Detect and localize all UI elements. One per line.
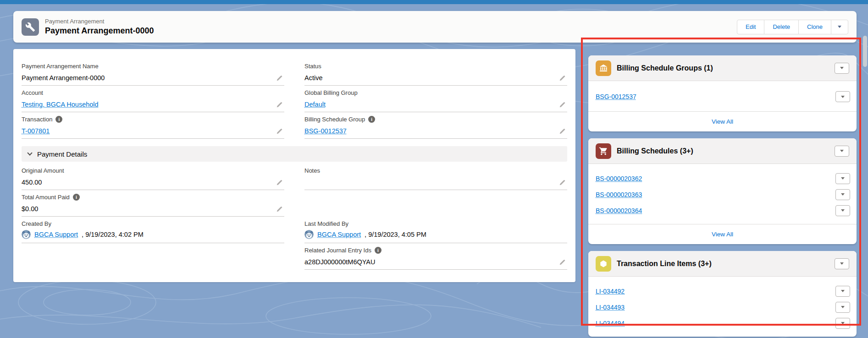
hexagon-icon [596, 256, 611, 272]
edit-pencil-icon[interactable] [276, 75, 282, 82]
billing-schedule-record-link[interactable]: BS-0000020362 [596, 175, 642, 182]
last-modified-by-user-link[interactable]: BGCA Support [317, 231, 361, 238]
chevron-down-icon [840, 262, 844, 265]
field-label: Notes [304, 167, 320, 174]
edit-button[interactable]: Edit [737, 20, 764, 34]
related-card-billing-schedules: Billing Schedules (3+) BS-0000020362 BS-… [588, 138, 857, 244]
edit-pencil-icon[interactable] [559, 259, 565, 266]
field-last-modified-by: Last Modified By BGCA Support , 9/19/202… [304, 217, 567, 243]
field-value: Active [304, 74, 323, 82]
billing-schedule-group-record-link[interactable]: BSG-0012537 [596, 93, 636, 100]
info-icon[interactable] [73, 194, 80, 201]
field-created-by: Created By BGCA Support , 9/19/2023, 4:0… [22, 217, 284, 243]
empty-grid-cell [22, 243, 284, 270]
more-actions-button[interactable] [831, 20, 848, 34]
field-value: 450.00 [22, 179, 42, 186]
chevron-down-icon [840, 150, 844, 152]
field-value: Payment Arrangement-0000 [22, 74, 105, 82]
account-link[interactable]: Testing, BGCA Household [22, 101, 99, 108]
edit-pencil-icon[interactable] [276, 206, 282, 213]
field-label: Status [304, 63, 321, 70]
empty-grid-cell [304, 190, 567, 217]
transaction-line-item-record-link[interactable]: LI-034493 [596, 304, 625, 311]
info-icon[interactable] [368, 116, 375, 123]
related-lists-sidebar: Billing Schedule Groups (1) BSG-0012537 … [588, 55, 857, 338]
field-label: Last Modified By [304, 220, 348, 227]
field-status: Status Active [304, 59, 567, 86]
clone-button[interactable]: Clone [798, 20, 831, 34]
top-accent-strip [0, 0, 868, 4]
field-label: Related Journal Entry Ids [304, 247, 371, 254]
edit-pencil-icon[interactable] [559, 128, 565, 135]
transaction-line-item-record-link[interactable]: LI-034492 [596, 288, 625, 295]
bank-icon [596, 60, 611, 76]
row-actions-button[interactable] [835, 189, 850, 200]
row-actions-button[interactable] [835, 286, 850, 297]
edit-pencil-icon[interactable] [559, 102, 565, 108]
created-date: , 9/19/2023, 4:02 PM [82, 231, 144, 238]
page-title: Payment Arrangement-0000 [45, 26, 154, 36]
chevron-down-icon [27, 150, 32, 155]
edit-pencil-icon[interactable] [276, 180, 282, 186]
wrench-icon [25, 22, 35, 32]
field-value: $0.00 [22, 205, 38, 213]
related-list-actions-button[interactable] [835, 258, 849, 269]
section-payment-details[interactable]: Payment Details [22, 146, 567, 162]
field-payment-arrangement-name: Payment Arrangement Name Payment Arrange… [22, 59, 284, 86]
field-label: Original Amount [22, 167, 64, 174]
row-actions-button[interactable] [835, 318, 850, 329]
row-actions-button[interactable] [835, 205, 850, 216]
chevron-down-icon [838, 26, 841, 28]
view-all-link[interactable]: View All [712, 118, 733, 125]
row-actions-button[interactable] [835, 91, 850, 102]
info-icon[interactable] [55, 116, 62, 123]
field-label: Created By [22, 220, 51, 227]
edit-pencil-icon[interactable] [276, 102, 282, 108]
info-icon[interactable] [375, 247, 381, 254]
field-label: Transaction [22, 116, 52, 123]
cart-icon [596, 143, 611, 159]
row-actions-button[interactable] [835, 302, 850, 313]
scrollbar-thumb[interactable] [863, 36, 867, 67]
created-by-user-link[interactable]: BGCA Support [34, 231, 78, 238]
edit-pencil-icon[interactable] [559, 75, 565, 82]
transaction-line-item-record-link[interactable]: LI-034494 [596, 320, 625, 327]
field-account: Account Testing, BGCA Household [22, 86, 284, 112]
field-transaction: Transaction T-007801 [22, 112, 284, 139]
row-actions-button[interactable] [835, 173, 850, 184]
field-label: Billing Schedule Group [304, 116, 365, 123]
avatar [304, 230, 314, 239]
field-label: Account [22, 89, 43, 96]
record-header: Payment Arrangement Payment Arrangement-… [13, 11, 857, 43]
related-list-item: LI-034492 [596, 283, 850, 299]
billing-schedule-record-link[interactable]: BS-0000020363 [596, 191, 642, 198]
edit-pencil-icon[interactable] [559, 180, 565, 186]
chevron-down-icon [841, 96, 845, 98]
related-list-title: Billing Schedule Groups (1) [617, 64, 713, 72]
delete-button[interactable]: Delete [764, 20, 799, 34]
avatar [22, 230, 31, 239]
chevron-down-icon [841, 322, 845, 324]
edit-pencil-icon[interactable] [276, 128, 282, 135]
transaction-link[interactable]: T-007801 [22, 127, 50, 135]
related-list-item: BS-0000020362 [596, 170, 850, 186]
global-billing-group-link[interactable]: Default [304, 101, 326, 108]
chevron-down-icon [841, 209, 845, 212]
related-card-transaction-line-items: Transaction Line Items (3+) LI-034492 LI… [588, 251, 857, 337]
billing-schedule-record-link[interactable]: BS-0000020364 [596, 207, 642, 214]
field-original-amount: Original Amount 450.00 [22, 164, 284, 190]
related-list-item: BSG-0012537 [596, 87, 850, 106]
view-all-link[interactable]: View All [712, 231, 733, 238]
field-value: a28DJ000000tM6QYAU [304, 258, 376, 266]
related-list-actions-button[interactable] [835, 146, 849, 157]
related-list-actions-button[interactable] [835, 63, 849, 74]
field-label: Payment Arrangement Name [22, 63, 99, 70]
chevron-down-icon [841, 306, 845, 308]
last-modified-date: , 9/19/2023, 4:05 PM [365, 231, 426, 238]
chevron-down-icon [841, 177, 845, 180]
related-card-billing-schedule-groups: Billing Schedule Groups (1) BSG-0012537 … [588, 55, 857, 131]
billing-schedule-group-link[interactable]: BSG-0012537 [304, 127, 347, 135]
field-global-billing-group: Global Billing Group Default [304, 86, 567, 112]
field-label: Total Amount Paid [22, 194, 70, 201]
chevron-down-icon [841, 193, 845, 196]
